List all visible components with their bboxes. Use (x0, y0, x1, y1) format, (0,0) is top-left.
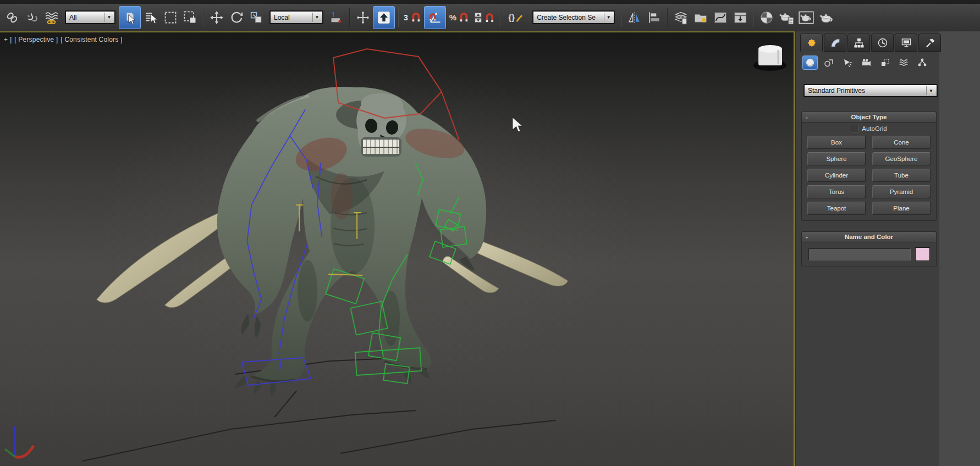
snap-count-label: 3 (404, 13, 408, 22)
create-star-icon (806, 37, 817, 48)
rendered-frame-window-button[interactable] (796, 7, 816, 29)
coordinate-system-value: Local (274, 14, 290, 21)
keyboard-shortcut-override-button[interactable] (373, 6, 395, 29)
select-by-name-icon (144, 11, 157, 24)
name-and-color-rollout: - Name and Color (801, 231, 937, 267)
select-object-button[interactable] (119, 6, 141, 29)
name-color-rollout-header[interactable]: - Name and Color (802, 232, 936, 242)
viewport-shading-menu[interactable]: [ Consistent Colors ] (60, 36, 122, 43)
move-icon (210, 11, 223, 24)
render-setup-button[interactable] (777, 7, 796, 29)
name-color-rollout-title: Name and Color (812, 234, 926, 240)
ghoul-monster-model[interactable] (97, 87, 568, 396)
cylinder-object[interactable] (753, 45, 786, 71)
select-by-name-button[interactable] (141, 7, 161, 29)
edit-named-selection-sets-button[interactable]: {} (504, 7, 529, 29)
select-and-link-button[interactable] (2, 7, 22, 29)
category-cameras[interactable] (858, 56, 874, 70)
category-geometry[interactable] (802, 56, 818, 70)
spinner-snap-button[interactable] (472, 7, 497, 29)
shortcut-override-icon (377, 10, 391, 25)
pyramid-button[interactable]: Pyramid (872, 185, 931, 198)
tube-button[interactable]: Tube (872, 169, 931, 182)
object-name-input[interactable] (808, 248, 911, 260)
teapot-button[interactable]: Teapot (807, 202, 866, 215)
ground-lines (82, 357, 556, 461)
cameras-icon (861, 58, 871, 68)
helpers-icon (880, 58, 890, 68)
bind-to-space-warp-button[interactable] (42, 7, 62, 29)
select-and-move-button[interactable] (207, 7, 227, 29)
category-shapes[interactable] (821, 56, 836, 70)
render-production-icon (818, 10, 834, 25)
select-and-rotate-button[interactable] (227, 7, 246, 29)
manage-layers-button[interactable] (671, 7, 691, 29)
box-button[interactable]: Box (807, 136, 866, 149)
spinner-snap-icon (474, 11, 495, 24)
cylinder-button[interactable]: Cylinder (807, 169, 866, 182)
geosphere-button[interactable]: GeoSphere (872, 152, 931, 165)
object-color-swatch[interactable] (915, 247, 930, 261)
rollout-collapse-icon[interactable]: - (802, 234, 812, 240)
menu-strip-edge (0, 0, 980, 4)
autogrid-checkbox[interactable] (851, 125, 858, 132)
tab-motion[interactable] (871, 34, 894, 52)
sphere-button[interactable]: Sphere (807, 152, 866, 165)
cone-button[interactable]: Cone (872, 136, 931, 149)
toggle-ribbon-button[interactable] (691, 7, 711, 29)
autogrid-label: AutoGrid (862, 125, 887, 132)
selection-region-icon (163, 10, 178, 25)
material-editor-button[interactable] (757, 7, 777, 29)
use-pivot-point-center-button[interactable] (327, 7, 346, 29)
align-button[interactable] (645, 7, 664, 29)
selection-filter-dropdown[interactable]: All ▼ (65, 10, 115, 24)
dropdown-arrow-icon: ▼ (104, 13, 113, 22)
plane-button[interactable]: Plane (872, 202, 931, 215)
category-systems[interactable] (915, 56, 930, 70)
geometry-category-dropdown[interactable]: Standard Primitives ▼ (803, 84, 938, 97)
torus-button[interactable]: Torus (807, 185, 866, 198)
manipulate-icon (356, 11, 370, 24)
angle-snap-button[interactable] (424, 6, 446, 29)
snap-toggle-3d-button[interactable] (409, 7, 424, 29)
named-selection-value: Create Selection Se (537, 14, 596, 21)
category-space-warps[interactable] (896, 56, 911, 70)
perspective-viewport[interactable]: + ][ Perspective ][ Consistent Colors ] (0, 31, 795, 466)
utilities-hammer-icon (924, 37, 935, 48)
tab-utilities[interactable] (918, 34, 941, 52)
reference-coordinate-system-dropdown[interactable]: Local ▼ (269, 10, 323, 24)
space-warp-icon (45, 10, 59, 25)
object-type-rollout-header[interactable]: - Object Type (802, 112, 936, 123)
unlink-selection-button[interactable] (22, 7, 42, 29)
curve-editor-icon (713, 10, 728, 25)
render-production-button[interactable] (816, 7, 836, 29)
snap-magnet-icon (459, 12, 470, 23)
selection-filter-value: All (69, 14, 76, 21)
named-selection-sets-dropdown[interactable]: Create Selection Se ▼ (532, 10, 615, 24)
viewport-view-menu[interactable]: [ Perspective ] (14, 36, 58, 43)
category-helpers[interactable] (877, 56, 893, 70)
percent-snap-button[interactable] (456, 7, 472, 29)
tab-modify[interactable] (824, 34, 846, 52)
select-and-scale-button[interactable] (246, 7, 266, 29)
curve-editor-button[interactable] (711, 7, 730, 29)
3ds-max-window: All ▼ (0, 0, 980, 466)
schematic-view-button[interactable] (730, 7, 750, 29)
rollout-collapse-icon[interactable]: - (802, 114, 812, 120)
create-categories (802, 56, 930, 70)
scene-render[interactable] (0, 32, 794, 466)
object-type-rollout-title: Object Type (812, 114, 926, 120)
window-crossing-icon (183, 10, 197, 25)
viewport-menu-plus[interactable]: + ] (4, 36, 12, 43)
tab-hierarchy[interactable] (847, 34, 870, 52)
select-object-icon (123, 11, 136, 24)
tab-create[interactable] (800, 34, 823, 52)
schematic-view-icon (733, 10, 747, 25)
window-crossing-toggle-button[interactable] (180, 7, 200, 29)
rectangular-selection-region-button[interactable] (161, 7, 180, 29)
tab-display[interactable] (895, 34, 917, 52)
category-lights[interactable] (840, 56, 855, 70)
mirror-button[interactable] (625, 7, 645, 29)
select-and-manipulate-button[interactable] (353, 7, 373, 29)
dropdown-arrow-icon: ▼ (926, 86, 935, 95)
